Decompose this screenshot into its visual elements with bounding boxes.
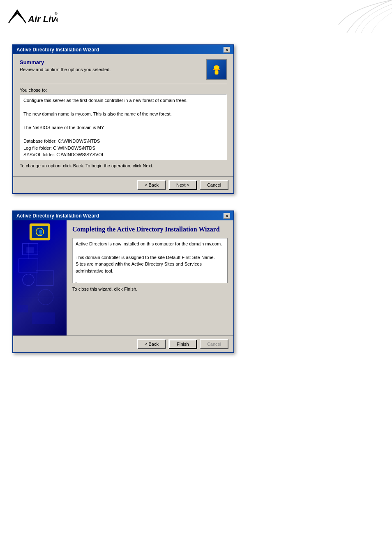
dialog2-hint: To close this wizard, click Finish. [72, 287, 228, 291]
summary-line-4: Database folder: C:\WINDOWS\NTDSLog file… [23, 138, 223, 158]
dialog1-title: Active Directory Installation Wizard [16, 47, 99, 53]
dialog2-finish-button[interactable]: Finish [168, 339, 197, 349]
dialog2-footer: < Back Finish Cancel [13, 335, 233, 352]
completing-title: Completing the Active Directory Installa… [72, 225, 228, 234]
completing-line-1: Active Directory is now installed on thi… [76, 240, 224, 247]
svg-text:👤: 👤 [38, 229, 44, 235]
svg-rect-8 [26, 247, 34, 253]
svg-rect-13 [36, 270, 53, 285]
dialog1-back-button[interactable]: < Back [137, 180, 166, 190]
dialog1-divider [20, 84, 227, 84]
summary-line-2: The new domain name is my.com. This is a… [23, 111, 223, 118]
dialog1-title-section: Summary Review and confirm the options y… [20, 59, 206, 72]
logo-svg: Air Live ® [8, 7, 58, 32]
dialog1-next-button[interactable]: Next > [168, 180, 197, 190]
svg-rect-3 [215, 70, 218, 74]
dialog2-back-button[interactable]: < Back [137, 339, 166, 349]
dialog1-titlebar: Active Directory Installation Wizard × [13, 45, 233, 54]
dialog1-icon [206, 59, 227, 80]
dialog-completing: Active Directory Installation Wizard × [12, 210, 234, 353]
svg-text:Air Live: Air Live [28, 14, 58, 24]
svg-rect-17 [32, 312, 55, 324]
summary-line-1: Configure this server as the first domai… [23, 97, 223, 104]
svg-rect-16 [17, 305, 28, 312]
svg-text:®: ® [55, 12, 58, 16]
svg-point-10 [23, 274, 34, 286]
dialog1-wizard-header: Summary Review and confirm the options y… [20, 59, 227, 80]
dialog2-body: 👤 Completing the Active Directory Instal… [13, 220, 233, 335]
completing-scrollbox[interactable]: Active Directory is now installed on thi… [72, 238, 228, 283]
dialog2-title: Active Directory Installation Wizard [16, 213, 99, 219]
main-content: Active Directory Installation Wizard × S… [0, 36, 392, 361]
you-chose-label: You chose to: [20, 88, 227, 92]
summary-scrollbox[interactable]: Configure this server as the first domai… [20, 94, 227, 160]
dialog1-section-title: Summary [20, 59, 206, 65]
dialog2-titlebar: Active Directory Installation Wizard × [13, 211, 233, 220]
dialog1-hint: To change an option, click Back. To begi… [20, 163, 227, 168]
completing-line-2: This domain controller is assigned to th… [76, 254, 224, 275]
header: Air Live ® [0, 0, 392, 36]
completing-cursor [76, 281, 224, 283]
wizard-icon-svg [209, 62, 224, 77]
svg-point-5 [218, 66, 219, 68]
dialog2-right-panel: Completing the Active Directory Installa… [67, 220, 233, 335]
dialog1-section-subtitle: Review and confirm the options you selec… [20, 67, 206, 72]
dialog1-cancel-button[interactable]: Cancel [200, 180, 228, 190]
dialog2-cancel-button: Cancel [200, 339, 228, 349]
dialog1-footer: < Back Next > Cancel [13, 176, 233, 193]
dialog1-close-button[interactable]: × [224, 47, 230, 53]
header-decoration [277, 0, 392, 33]
dialog-summary: Active Directory Installation Wizard × S… [12, 44, 234, 194]
left-art-svg: 👤 [13, 220, 67, 335]
dialog2-left-panel: 👤 [13, 220, 67, 335]
dialog2-close-button[interactable]: × [224, 213, 230, 219]
dialog1-body: Summary Review and confirm the options y… [13, 54, 233, 176]
svg-rect-9 [19, 259, 38, 272]
summary-line-3: The NetBIOS name of the domain is MY [23, 124, 223, 131]
svg-point-4 [214, 66, 215, 68]
